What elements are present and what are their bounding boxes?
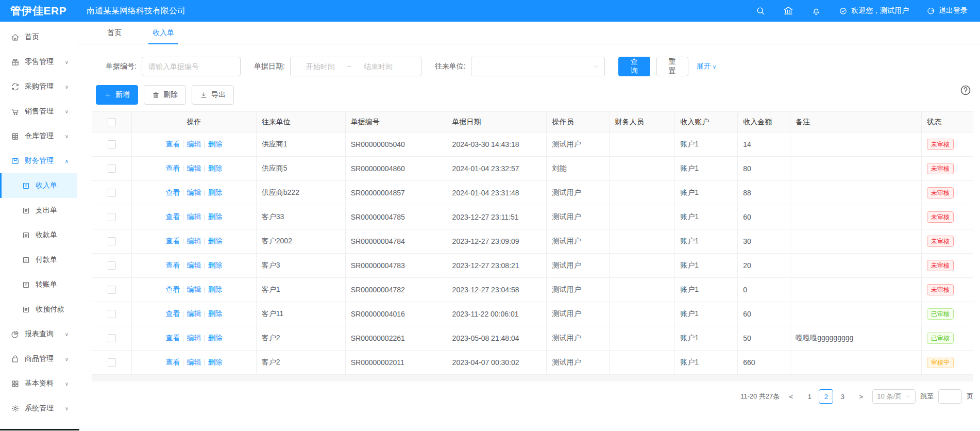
sales-icon: [11, 107, 20, 116]
cell-bill-date: 2024-03-30 14:43:18: [447, 132, 547, 157]
page-3[interactable]: 3: [835, 389, 850, 404]
next-page-button[interactable]: >: [854, 389, 868, 404]
bill-no-input[interactable]: [142, 57, 241, 76]
expand-link[interactable]: 展开: [697, 62, 716, 71]
row-checkbox[interactable]: [108, 358, 116, 367]
row-checkbox[interactable]: [108, 286, 116, 294]
sidebar-item-basedata[interactable]: 基本资料: [0, 371, 77, 396]
delete-link[interactable]: 删除: [208, 334, 222, 343]
date-range-picker[interactable]: ~: [290, 57, 421, 76]
edit-link[interactable]: 编辑: [187, 358, 201, 367]
edit-link[interactable]: 编辑: [187, 285, 201, 294]
delete-link[interactable]: 删除: [208, 188, 222, 197]
logout-button[interactable]: 退出登录: [926, 6, 968, 15]
edit-link[interactable]: 编辑: [187, 261, 201, 270]
date-end-input[interactable]: [353, 62, 403, 71]
sidebar-item-sales[interactable]: 销售管理: [0, 99, 77, 124]
row-actions: 查看 编辑 删除: [132, 229, 257, 254]
view-link[interactable]: 查看: [165, 285, 180, 294]
edit-link[interactable]: 编辑: [187, 188, 201, 197]
sidebar: 首页 零售管理 采购管理 销售管理 仓库管理 财务管理: [0, 22, 77, 431]
page-size-select[interactable]: 10 条/页: [872, 389, 916, 404]
cell-partner: 客户33: [257, 205, 346, 229]
sidebar-item-home[interactable]: 首页: [0, 25, 77, 49]
view-link[interactable]: 查看: [165, 164, 180, 173]
delete-link[interactable]: 删除: [208, 261, 222, 270]
row-checkbox[interactable]: [108, 189, 116, 197]
search-icon[interactable]: [755, 6, 766, 16]
sidebar-item-goods[interactable]: 商品管理: [0, 346, 77, 371]
main-content: 首页 收入单 单据编号: 单据日期: ~ 往来单位: 查 询 重 置 展开: [77, 22, 980, 404]
add-button[interactable]: 新增: [96, 85, 138, 105]
delete-link[interactable]: 删除: [208, 212, 222, 222]
sidebar-item-advance[interactable]: 收预付款: [0, 297, 77, 322]
delete-link[interactable]: 删除: [208, 237, 222, 246]
jump-page-input[interactable]: [938, 389, 962, 404]
edit-link[interactable]: 编辑: [187, 237, 201, 246]
row-checkbox[interactable]: [108, 310, 116, 318]
sidebar-item-purchase[interactable]: 采购管理: [0, 74, 77, 99]
cell-finance-person: [610, 229, 675, 254]
view-link[interactable]: 查看: [165, 358, 180, 367]
delete-link[interactable]: 删除: [208, 358, 222, 367]
chevron-icon: [65, 109, 69, 114]
sidebar-item-income[interactable]: 收入单: [0, 173, 77, 198]
sidebar-item-system[interactable]: 系统管理: [0, 396, 77, 421]
cell-remark: [790, 205, 922, 229]
tab-income[interactable]: 收入单: [148, 22, 178, 44]
view-link[interactable]: 查看: [165, 188, 180, 197]
cell-finance-person: [610, 351, 675, 375]
view-link[interactable]: 查看: [165, 334, 180, 343]
view-link[interactable]: 查看: [165, 261, 180, 270]
date-start-input[interactable]: [296, 62, 345, 71]
page-numbers: 1 2 3: [802, 389, 850, 404]
view-link[interactable]: 查看: [165, 140, 180, 149]
view-link[interactable]: 查看: [165, 237, 180, 246]
tab-home[interactable]: 首页: [103, 22, 126, 44]
view-link[interactable]: 查看: [165, 212, 180, 222]
sidebar-item-receipt[interactable]: 收款单: [0, 223, 77, 247]
sidebar-item-expense[interactable]: 支出单: [0, 198, 77, 223]
delete-link[interactable]: 删除: [208, 164, 222, 173]
delete-link[interactable]: 删除: [208, 285, 222, 294]
sidebar-item-report[interactable]: 报表查询: [0, 322, 77, 346]
delete-button[interactable]: 删除: [144, 85, 186, 105]
question-icon[interactable]: [959, 84, 972, 96]
view-link[interactable]: 查看: [165, 309, 180, 319]
edit-link[interactable]: 编辑: [187, 164, 201, 173]
page-2[interactable]: 2: [819, 389, 833, 404]
sidebar-item-transfer[interactable]: 转账单: [0, 272, 77, 297]
page-1[interactable]: 1: [802, 389, 817, 404]
search-button[interactable]: 查 询: [618, 57, 650, 76]
delete-link[interactable]: 删除: [208, 309, 222, 319]
prev-page-button[interactable]: <: [784, 389, 798, 404]
cell-amount: 14: [738, 132, 790, 157]
row-checkbox[interactable]: [108, 164, 116, 173]
row-checkbox[interactable]: [108, 213, 116, 221]
reset-button[interactable]: 重 置: [656, 57, 688, 76]
row-checkbox[interactable]: [108, 261, 116, 270]
edit-link[interactable]: 编辑: [187, 212, 201, 222]
edit-link[interactable]: 编辑: [187, 140, 201, 149]
user-menu[interactable]: 欢迎您，测试用户: [839, 6, 909, 15]
sidebar-item-payment[interactable]: 付款单: [0, 247, 77, 272]
export-button[interactable]: 导出: [192, 85, 234, 105]
bank-icon[interactable]: [783, 6, 793, 16]
cell-operator: 测试用户: [547, 326, 610, 351]
bell-icon[interactable]: [811, 6, 821, 16]
row-checkbox[interactable]: [108, 334, 116, 342]
table-row: 查看 编辑 删除 客户2 SR00000002011 2023-04-07 00…: [92, 351, 973, 375]
sidebar-item-retail[interactable]: 零售管理: [0, 49, 77, 74]
partner-select[interactable]: [471, 57, 605, 76]
horizontal-scrollbar[interactable]: [92, 375, 973, 382]
select-all-checkbox[interactable]: [108, 118, 116, 126]
sidebar-item-finance[interactable]: 财务管理: [0, 148, 77, 173]
delete-link[interactable]: 删除: [208, 140, 222, 149]
cell-partner: 客户3: [257, 254, 346, 278]
edit-link[interactable]: 编辑: [187, 309, 201, 319]
edit-link[interactable]: 编辑: [187, 334, 201, 343]
row-checkbox[interactable]: [108, 237, 116, 245]
row-checkbox[interactable]: [108, 140, 116, 148]
sidebar-item-warehouse[interactable]: 仓库管理: [0, 124, 77, 148]
cell-finance-person: [610, 326, 675, 351]
